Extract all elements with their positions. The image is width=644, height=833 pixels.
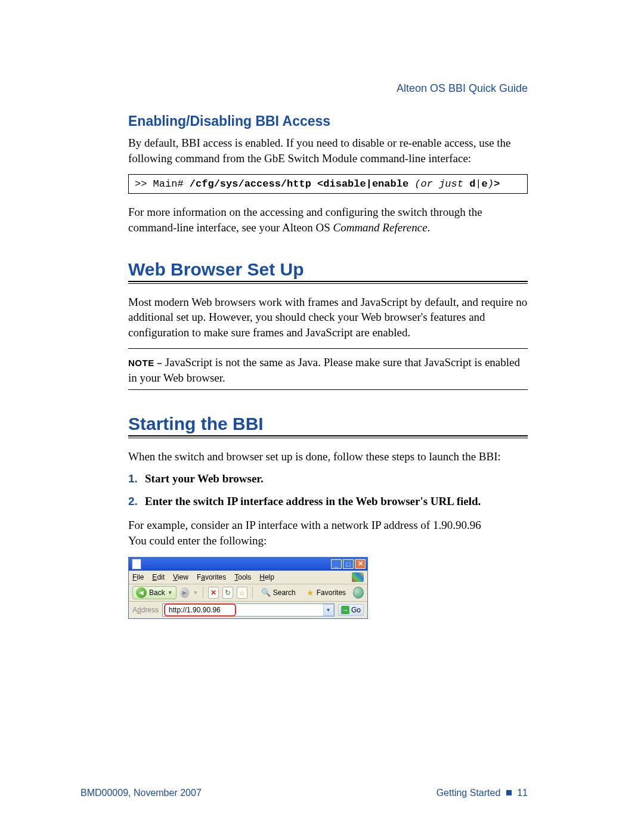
star-icon: ★	[306, 588, 314, 597]
search-label: Search	[273, 589, 296, 597]
document-icon	[132, 559, 141, 569]
separator	[203, 587, 203, 599]
footer-right: Getting Started 11	[436, 788, 528, 798]
search-button[interactable]: 🔍 Search	[258, 587, 299, 598]
footer-section: Getting Started	[436, 788, 501, 798]
chevron-down-icon: ▼	[193, 590, 198, 596]
stop-button[interactable]: ✕	[208, 587, 219, 599]
step-number: 1.	[128, 472, 138, 485]
go-arrow-icon: →	[341, 606, 349, 614]
chevron-down-icon: ▼	[168, 590, 173, 596]
url-highlight	[164, 603, 236, 617]
cmd-note-d: d	[469, 178, 475, 190]
heading-web-browser: Web Browser Set Up	[128, 259, 528, 280]
square-bullet-icon	[506, 790, 512, 795]
cmd-angle-open: <	[317, 178, 323, 190]
step-text: Enter the switch IP interface address in…	[145, 495, 481, 507]
document-page: Alteon OS BBI Quick Guide Enabling/Disab…	[0, 0, 644, 833]
note-paragraph: NOTE – JavaScript is not the same as Jav…	[128, 355, 528, 385]
rule-thick	[128, 281, 528, 282]
step-number: 2.	[128, 495, 138, 508]
menu-bar: FFileile EditEdit ViewView FavoritesFavo…	[129, 571, 367, 584]
heading-enabling-bbi: Enabling/Disabling BBI Access	[128, 113, 528, 129]
back-arrow-icon: ◄	[136, 587, 147, 598]
page-footer: BMD00009, November 2007 Getting Started …	[80, 788, 528, 798]
menu-help[interactable]: HelpHelp	[259, 573, 274, 581]
minimize-button[interactable]: _	[331, 559, 342, 569]
favorites-button[interactable]: ★ Favorites	[303, 587, 349, 599]
reference-title: Command Reference	[333, 221, 427, 234]
favorites-label: Favorites	[317, 589, 346, 597]
home-button[interactable]: ⌂	[237, 587, 247, 599]
menu-edit[interactable]: EditEdit	[152, 573, 165, 581]
media-button[interactable]	[353, 587, 364, 599]
paragraph-enable-intro: By default, BBI access is enabled. If yo…	[128, 135, 528, 166]
paragraph-example: For example, consider an IP interface wi…	[128, 518, 528, 548]
toolbar: ◄ Back ▼ ► ▼ ✕ ↻ ⌂ 🔍 Search ★ Favorites	[129, 584, 367, 602]
rule-thick	[128, 435, 528, 436]
back-label: Back	[149, 589, 165, 597]
cmd-enable: enable	[372, 178, 408, 190]
menu-favorites[interactable]: FavoritesFavorites	[197, 573, 226, 581]
address-dropdown[interactable]: ▾	[323, 604, 334, 616]
url-input[interactable]	[168, 605, 233, 615]
refresh-button[interactable]: ↻	[222, 587, 233, 599]
cmd-note-e: e	[482, 178, 488, 190]
heading-starting-bbi: Starting the BBI	[128, 414, 528, 434]
browser-window: _ □ ✕ FFileile EditEdit ViewView Favorit…	[128, 557, 368, 619]
cmd-disable: disable	[323, 178, 366, 190]
step-text: Start your Web browser.	[145, 472, 264, 485]
note-text: JavaScript is not the same as Java. Plea…	[128, 356, 520, 384]
paragraph-web: Most modern Web browsers work with frame…	[128, 295, 528, 340]
windows-flag-icon	[352, 572, 364, 582]
step-2: 2. Enter the switch IP interface address…	[128, 495, 528, 508]
titlebar: _ □ ✕	[129, 558, 367, 571]
step-list: 1. Start your Web browser. 2. Enter the …	[128, 472, 528, 508]
maximize-button[interactable]: □	[343, 559, 354, 569]
address-bar: AddressAddress ▾ → Go	[129, 602, 367, 618]
forward-button[interactable]: ►	[180, 587, 190, 598]
back-button[interactable]: ◄ Back ▼	[132, 586, 177, 599]
cmd-note-close: )	[488, 178, 494, 190]
step-1: 1. Start your Web browser.	[128, 472, 528, 485]
menu-file[interactable]: FFileile	[132, 573, 144, 581]
footer-page-number: 11	[517, 788, 528, 798]
search-icon: 🔍	[261, 588, 271, 597]
window-buttons: _ □ ✕	[331, 559, 366, 569]
example-line-2: You could enter the following:	[128, 534, 267, 547]
rule-thin	[128, 348, 528, 349]
rule-thin	[128, 283, 528, 284]
header-right: Alteon OS BBI Quick Guide	[397, 82, 528, 95]
rule-thin	[128, 389, 528, 390]
cmd-path: /cfg/sys/access/http	[190, 178, 317, 190]
go-button[interactable]: → Go	[338, 604, 364, 616]
close-button[interactable]: ✕	[355, 559, 366, 569]
cmd-angle-close: >	[494, 178, 500, 190]
rule-thin	[128, 438, 528, 438]
footer-left: BMD00009, November 2007	[80, 788, 202, 798]
cmd-note-text: or just	[421, 178, 470, 190]
cmd-note-pipe: |	[475, 178, 481, 190]
separator	[252, 587, 253, 599]
paragraph-start: When the switch and browser set up is do…	[128, 449, 528, 465]
cmd-note-open: (	[408, 178, 420, 190]
address-box: ▾	[162, 603, 335, 617]
address-label: AddressAddress	[132, 606, 159, 614]
paragraph-moreinfo: For more information on the accessing an…	[128, 205, 528, 235]
go-label: Go	[351, 606, 361, 614]
menu-tools[interactable]: ToolsTools	[234, 573, 251, 581]
note-label: NOTE –	[128, 358, 165, 368]
menu-view[interactable]: ViewView	[173, 573, 188, 581]
moreinfo-b: .	[428, 221, 431, 234]
cmd-prompt: >> Main#	[135, 178, 190, 190]
example-line-1: For example, consider an IP interface wi…	[128, 519, 481, 531]
cmd-pipe: |	[366, 178, 372, 190]
command-box: >> Main# /cfg/sys/access/http <disable|e…	[128, 174, 528, 194]
